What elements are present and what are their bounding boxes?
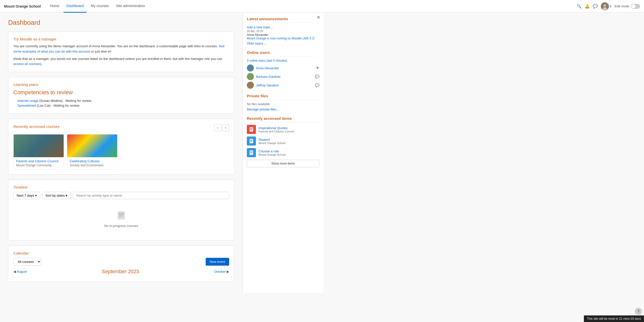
nav-dashboard[interactable]: Dashboard [63, 0, 87, 13]
lp-link-0[interactable]: Internet usage [17, 99, 38, 103]
filter-sort-chevron: ▾ [66, 194, 67, 197]
private-files-title: Private files [247, 94, 319, 100]
bell-icon[interactable]: 🔔 [585, 4, 590, 9]
navbar: Mount Orange School Home Dashboard My co… [0, 0, 644, 13]
course-cat-1: Society and Environment [70, 164, 115, 167]
announcement-topic: Mount Orange is now running on Moodle LM… [247, 37, 319, 40]
recent-item-subtitle-0: Parents and Citizens Council [258, 130, 294, 133]
learning-plans-card: Learning plans Competencies to review In… [8, 77, 234, 114]
filter-time-btn[interactable]: Next 7 days ▾ [13, 192, 40, 199]
recent-item-title-1[interactable]: Student [258, 138, 285, 142]
recent-item-title-0[interactable]: Inspirational Quotes [258, 126, 294, 130]
nav-home[interactable]: Home [47, 0, 62, 13]
no-courses-icon [21, 211, 222, 222]
recent-item-icon-2 [247, 148, 256, 157]
course-cards-list: Parents and Citizens Council Mount Orang… [13, 134, 229, 169]
courses-prev-btn[interactable]: ‹ [214, 124, 221, 131]
courses-next-btn[interactable]: › [222, 124, 229, 131]
recent-item-subtitle-2: Mount Orange School [258, 153, 285, 156]
user-name-0[interactable]: Anna Alexander [256, 66, 314, 70]
user-chat-icon-2[interactable]: 💬 [315, 83, 319, 87]
access-all-courses-link[interactable]: access all courses [13, 62, 40, 66]
prev-month-link[interactable]: ◀ August [13, 270, 27, 273]
chat-icon[interactable]: 💬 [593, 4, 598, 9]
user-row-0: Anna Alexander 👁 [247, 64, 319, 72]
course-card-1[interactable]: Celebrating Cultures Society and Environ… [67, 134, 117, 169]
recently-accessed-items-section: Recently accessed items Inspirational Qu… [247, 116, 319, 167]
edit-mode-switch[interactable] [631, 4, 640, 9]
announcement-topic-link[interactable]: Mount Orange is now running on Moodle LM… [247, 37, 315, 40]
course-info-0: Parents and Citizens Council Mount Orang… [14, 157, 64, 169]
calendar-header-row: All courses New event [13, 258, 229, 266]
timeline-search-input[interactable] [73, 192, 229, 199]
calendar-month-title: September 2023 [102, 269, 139, 274]
edit-mode-label: Edit mode [614, 4, 629, 8]
course-img-1 [67, 134, 117, 157]
site-brand[interactable]: Mount Orange School [4, 4, 41, 8]
calendar-filter-select[interactable]: All courses [13, 258, 41, 266]
filter-time-chevron: ▾ [35, 194, 37, 197]
course-card-0[interactable]: Parents and Citizens Council Mount Orang… [13, 134, 64, 169]
learning-plans-title: Learning plans [13, 82, 229, 87]
svg-point-1 [604, 4, 606, 7]
svg-rect-6 [119, 216, 122, 216]
filter-time-label: Next 7 days [17, 194, 34, 197]
lp-person-1: (Lao Cai) - Waiting for review [37, 104, 79, 107]
private-files-empty: No files available [247, 102, 319, 106]
latest-announcements-title: Latest announcements [247, 17, 319, 23]
sidebar-close-btn[interactable]: ✕ [317, 15, 320, 20]
timeline-filters: Next 7 days ▾ Sort by dates ▾ [13, 192, 229, 199]
lp-item-1: Spreadsheet (Lao Cai) - Waiting for revi… [17, 104, 229, 107]
timeline-card: Timeline Next 7 days ▾ Sort by dates ▾ [8, 180, 234, 241]
recent-item-info-2: Choose a role Mount Orange School [258, 149, 285, 156]
nav-my-courses[interactable]: My courses [88, 0, 112, 13]
svg-rect-10 [250, 130, 252, 130]
navbar-right: 🔍 🔔 💬 ▾ Edit mode [577, 2, 640, 10]
calendar-title: Calendar [13, 251, 229, 255]
no-courses-message: No in-progress courses [21, 224, 222, 228]
manage-files-link[interactable]: Manage private files... [247, 107, 319, 111]
user-avatar-0 [247, 64, 254, 72]
course-cat-0: Mount Orange Community [16, 164, 61, 167]
recent-item-info-1: Student Mount Orange School [258, 138, 285, 145]
add-topic-link[interactable]: Add a new topic... [247, 25, 273, 29]
svg-rect-13 [250, 141, 253, 141]
user-name-1[interactable]: Barbara Gardner [256, 75, 313, 79]
filter-sort-label: Sort by dates [45, 194, 65, 197]
search-icon[interactable]: 🔍 [577, 4, 582, 9]
lp-link-1[interactable]: Spreadsheet [17, 104, 36, 107]
next-month-link[interactable]: October ▶ [214, 270, 229, 273]
svg-rect-17 [250, 152, 253, 153]
course-name-1[interactable]: Celebrating Cultures [70, 159, 115, 163]
svg-rect-4 [119, 213, 124, 214]
user-eye-icon-0[interactable]: 👁 [316, 66, 319, 70]
new-event-btn[interactable]: New event [206, 258, 229, 266]
recent-item-2: Choose a role Mount Orange School [247, 148, 319, 157]
user-avatar-1 [247, 73, 254, 80]
see-examples-link[interactable]: See some examples of what you can do wit… [13, 44, 225, 53]
recent-courses-card: Recently accessed courses ‹ › Parents an… [8, 119, 234, 175]
user-name-2[interactable]: Jeffrey Sanders [256, 83, 313, 87]
older-topics-link[interactable]: Older topics ... [247, 42, 319, 45]
courses-nav: ‹ › [214, 124, 229, 131]
svg-rect-7 [250, 127, 253, 132]
online-users-count[interactable]: 3 online users (last 5 minutes) [247, 59, 319, 62]
recent-item-icon-0 [247, 125, 256, 134]
announcement-item: Add a new topic... 25 Apr, 20:25 Anna Al… [247, 25, 319, 40]
show-more-items-btn[interactable]: Show more items [247, 160, 319, 167]
recent-item-title-2[interactable]: Choose a role [258, 149, 285, 153]
svg-rect-8 [250, 128, 253, 129]
filter-sort-btn[interactable]: Sort by dates ▾ [42, 192, 71, 199]
svg-rect-18 [250, 153, 252, 153]
recently-accessed-title: Recently accessed items [247, 116, 319, 122]
user-avatar-menu[interactable]: ▾ [601, 2, 611, 10]
course-name-0[interactable]: Parents and Citizens Council [16, 159, 61, 163]
recent-item-0: Inspirational Quotes Parents and Citizen… [247, 125, 319, 134]
user-row-1: Barbara Gardner 💬 [247, 73, 319, 80]
nav-site-admin[interactable]: Site administration [113, 0, 148, 13]
user-chat-icon-1[interactable]: 💬 [315, 75, 319, 79]
svg-rect-16 [250, 151, 253, 152]
recent-item-info-0: Inspirational Quotes Parents and Citizen… [258, 126, 294, 133]
recent-item-icon-1 [247, 136, 256, 146]
edit-mode-toggle[interactable]: Edit mode [614, 4, 640, 9]
